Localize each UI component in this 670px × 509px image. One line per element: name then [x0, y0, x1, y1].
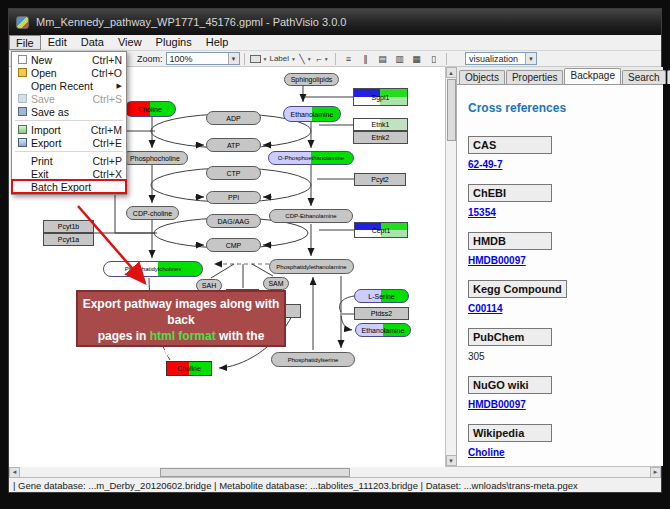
metabolite-node[interactable]: L-Serine	[354, 289, 409, 303]
stack-horizontal-button[interactable]: ▯	[426, 52, 441, 65]
datanode-template-button[interactable]: ▼	[250, 52, 268, 65]
scroll-left-icon[interactable]: ◄	[9, 467, 20, 478]
annotation-callout: Export pathway images along with back pa…	[76, 290, 286, 347]
gene-node[interactable]: Etnk2	[353, 131, 408, 144]
menu-item-batch-export[interactable]: Batch Export	[12, 180, 126, 193]
gene-node[interactable]: Pcyt2	[354, 173, 406, 186]
metabolite-node[interactable]: CMP	[206, 238, 261, 252]
metabolite-node[interactable]: Phosphatidylethanolamine	[269, 259, 354, 274]
metabolite-node[interactable]: CTP	[206, 166, 261, 180]
cross-references-heading: Cross references	[468, 101, 663, 115]
nugo-link[interactable]: HMDB00097	[468, 399, 526, 410]
menu-edit[interactable]: Edit	[41, 35, 74, 50]
submenu-arrow-icon: ▶	[117, 82, 122, 90]
common-height-button[interactable]: ▥	[392, 52, 407, 65]
align-center-y-button[interactable]: ∥	[358, 52, 373, 65]
selected-metabolite-node[interactable]: Choline	[166, 361, 212, 376]
label-tool-button[interactable]: Label▼	[269, 52, 296, 65]
menu-plugins[interactable]: Plugins	[149, 35, 199, 50]
menu-item-exit[interactable]: ExitCtrl+X	[12, 167, 126, 180]
menu-item-new[interactable]: NewCtrl+N	[12, 53, 126, 66]
scrollbar-thumb[interactable]	[160, 468, 350, 477]
gene-node[interactable]: Pcyt1b	[43, 220, 94, 233]
gene-node-partial[interactable]	[284, 304, 301, 318]
metabolite-node[interactable]: ATP	[206, 138, 261, 152]
metabolite-node[interactable]: CDP-Ethanolamine	[269, 209, 353, 223]
metabolite-node[interactable]: O-Phosphoethanolamine	[268, 151, 354, 165]
section-header-kegg: Kegg Compound	[468, 280, 567, 298]
label-tool-text: Label	[269, 54, 289, 63]
toolbar-separator	[446, 53, 447, 65]
chevron-down-icon[interactable]: ▼	[525, 53, 536, 64]
menu-data[interactable]: Data	[74, 35, 111, 50]
chevron-down-icon[interactable]: ▼	[228, 53, 239, 64]
menu-file[interactable]: File	[9, 35, 41, 50]
metabolite-node[interactable]: CDP-choline	[126, 206, 179, 220]
scroll-up-icon[interactable]: ▲	[446, 67, 457, 78]
kegg-link[interactable]: C00114	[468, 303, 502, 314]
side-panel: Objects Properties Backpage Search Legen…	[456, 67, 663, 466]
line-tool-button[interactable]: ╲▼	[298, 52, 313, 65]
tab-legend[interactable]: Legend	[667, 70, 670, 84]
gene-node[interactable]: Cept1	[354, 222, 408, 238]
metabolite-node[interactable]: Ethanolamine	[283, 106, 341, 122]
metabolite-node[interactable]: PPi	[206, 191, 261, 204]
side-panel-tabs: Objects Properties Backpage Search Legen…	[457, 67, 663, 84]
chebi-link[interactable]: 15354	[468, 207, 496, 218]
callout-line3: HtmlExport plugin	[78, 345, 284, 361]
menu-view[interactable]: View	[111, 35, 149, 50]
gene-node[interactable]: Pcyt1a	[43, 233, 94, 246]
scroll-down-icon[interactable]: ▼	[446, 455, 457, 466]
visualization-combobox[interactable]: visualization ▼	[465, 52, 537, 65]
menu-item-save-as[interactable]: Save as	[12, 105, 126, 118]
metabolite-node[interactable]: SAM	[263, 277, 289, 290]
window-title: Mm_Kennedy_pathway_WP1771_45176.gpml - P…	[36, 16, 346, 28]
backpage-content[interactable]: Cross references CAS 62-49-7 ChEBI 15354…	[457, 84, 663, 466]
scroll-right-icon[interactable]: ►	[650, 467, 661, 478]
tab-backpage[interactable]: Backpage	[564, 68, 620, 84]
zoom-combobox[interactable]: 100% ▼	[166, 52, 240, 65]
menu-item-print[interactable]: PrintCtrl+P	[12, 154, 126, 167]
align-center-x-button[interactable]: ≡	[341, 52, 356, 65]
zoom-label: Zoom:	[137, 54, 163, 64]
tab-objects[interactable]: Objects	[459, 70, 505, 84]
export-icon	[18, 138, 27, 147]
menu-item-import[interactable]: ImportCtrl+M	[12, 123, 126, 136]
connector-tool-button[interactable]: ⌐▼	[315, 52, 330, 65]
title-bar[interactable]: Mm_Kennedy_pathway_WP1771_45176.gpml - P…	[9, 9, 661, 35]
scrollbar-thumb[interactable]	[447, 79, 456, 141]
hmdb-link[interactable]: HMDB00097	[468, 255, 526, 266]
line-icon: ╲	[299, 54, 304, 64]
horizontal-scrollbar[interactable]: ◄ ►	[9, 466, 661, 477]
align-center-x-icon: ≡	[346, 54, 351, 64]
common-width-button[interactable]: ▤	[375, 52, 390, 65]
menu-help[interactable]: Help	[199, 35, 236, 50]
stack-vertical-button[interactable]: ▦	[409, 52, 424, 65]
gene-node[interactable]: Sgpl1	[353, 88, 408, 106]
stack-horizontal-icon: ▯	[431, 54, 436, 64]
metabolite-node[interactable]: Ethanolamine	[355, 323, 411, 337]
wikipedia-link[interactable]: Choline	[468, 447, 505, 458]
cas-link[interactable]: 62-49-7	[468, 159, 502, 170]
metabolite-node[interactable]: Phosphocholine	[122, 151, 188, 165]
menu-item-open-recent[interactable]: Open Recent▶	[12, 79, 126, 92]
metabolite-node[interactable]: DAG/AAG	[206, 214, 261, 228]
section-header-wikipedia: Wikipedia	[468, 424, 552, 442]
metabolite-node[interactable]: Choline	[124, 101, 176, 117]
status-text: | Gene database: ...m_Derby_20120602.bri…	[13, 480, 578, 491]
zoom-value: 100%	[170, 54, 193, 64]
metabolite-node[interactable]: Phosphatidylcholines	[103, 261, 203, 277]
metabolite-node[interactable]: ADP	[206, 111, 261, 125]
gene-node[interactable]: Ptdss2	[354, 307, 409, 320]
section-header-hmdb: HMDB	[468, 232, 552, 250]
menu-bar: File Edit Data View Plugins Help	[9, 35, 661, 51]
toolbar-separator	[335, 53, 336, 65]
metabolite-node[interactable]: Sphingolipids	[284, 73, 339, 86]
menu-item-open[interactable]: OpenCtrl+O	[12, 66, 126, 79]
menu-item-export[interactable]: ExportCtrl+E	[12, 136, 126, 149]
tab-search[interactable]: Search	[622, 70, 666, 84]
tab-properties[interactable]: Properties	[506, 70, 564, 84]
gene-node[interactable]: Etnk1	[353, 118, 408, 131]
canvas-vertical-scrollbar[interactable]: ▲ ▼	[445, 67, 456, 466]
align-center-y-icon: ∥	[363, 54, 368, 64]
